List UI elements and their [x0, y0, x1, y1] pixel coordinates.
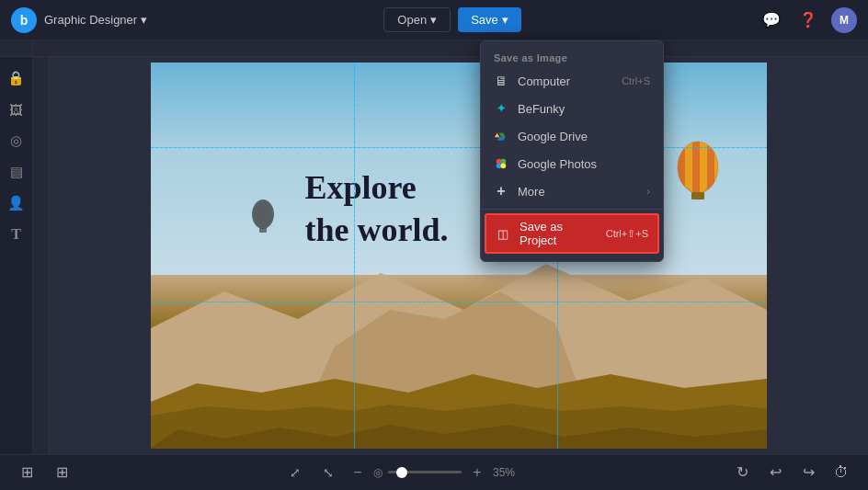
topbar-left: b Graphic Designer ▾ — [11, 7, 147, 33]
layers-icon[interactable]: ⊞ — [13, 459, 40, 486]
chat-icon[interactable]: 💬 — [758, 6, 785, 34]
dropdown-item-computer[interactable]: 🖥 Computer Ctrl+S — [481, 67, 663, 95]
ruler-row-top: /* ticks rendered below */ — [0, 40, 868, 57]
topbar: b Graphic Designer ▾ Open ▾ Save ▾ 💬 ❓ M — [0, 0, 868, 40]
dropdown-section-title: Save as Image — [481, 47, 663, 67]
sidebar-image-icon[interactable]: 🖼 — [3, 96, 30, 123]
canvas-area: Explore the world. — [33, 57, 868, 454]
logo[interactable]: b — [11, 7, 37, 33]
bottombar: ⊞ ⊞ ⤢ ⤡ − ◎ + 35% ↻ ↩ ↪ ⏱ — [0, 454, 868, 489]
save-button[interactable]: Save ▾ — [458, 7, 521, 32]
save-dropdown-menu: Save as Image 🖥 Computer Ctrl+S ✦ BeFunk… — [480, 40, 664, 262]
zoom-indicator: ◎ — [373, 466, 383, 479]
undo-icon[interactable]: ↩ — [761, 459, 789, 486]
canvas-wrapper: Explore the world. — [151, 63, 767, 449]
svg-rect-14 — [691, 192, 704, 199]
canvas-text-line2: the world. — [305, 210, 449, 253]
canvas-text-line1: Explore — [305, 166, 449, 210]
guide-h2 — [151, 302, 767, 302]
dropdown-label-more: More — [518, 185, 545, 199]
more-icon: + — [494, 184, 508, 199]
zoom-percent: 35% — [493, 466, 522, 479]
befunky-icon: ✦ — [494, 101, 508, 116]
ruler-horizontal: /* ticks rendered below */ — [33, 40, 868, 57]
sidebar-layout-icon[interactable]: ▤ — [3, 158, 30, 186]
topbar-center: Open ▾ Save ▾ — [147, 7, 758, 32]
canvas-text: Explore the world. — [305, 166, 449, 253]
zoom-out-button[interactable]: − — [348, 462, 368, 483]
svg-point-6 — [254, 201, 272, 227]
guide-v1 — [354, 63, 355, 449]
avatar[interactable]: M — [831, 7, 857, 33]
more-arrow: › — [646, 186, 650, 197]
bottombar-left: ⊞ ⊞ — [13, 459, 75, 486]
svg-point-20 — [500, 163, 506, 168]
sidebar-people-icon[interactable]: 👤 — [3, 189, 30, 217]
mountain-layer — [151, 236, 767, 449]
googlephotos-icon — [494, 156, 508, 171]
help-icon[interactable]: ❓ — [794, 6, 822, 34]
app-title-button[interactable]: Graphic Designer ▾ — [44, 13, 147, 27]
balloon-right — [673, 140, 724, 209]
history-icon[interactable]: ⏱ — [828, 459, 855, 486]
zoom-slider[interactable] — [388, 471, 462, 473]
dropdown-item-befunky[interactable]: ✦ BeFunky — [481, 95, 663, 122]
open-button[interactable]: Open ▾ — [383, 7, 451, 32]
bottombar-center: ⤢ ⤡ − ◎ + 35% — [281, 459, 522, 486]
dropdown-label-befunky: BeFunky — [518, 102, 565, 116]
computer-icon: 🖥 — [494, 74, 508, 88]
sidebar-text-icon[interactable]: T — [3, 221, 30, 248]
googledrive-icon — [494, 129, 508, 143]
svg-rect-7 — [259, 228, 267, 233]
fullscreen-icon[interactable]: ⤡ — [314, 459, 342, 486]
canvas-image: Explore the world. — [151, 63, 767, 449]
dropdown-label-googlephotos: Google Photos — [518, 157, 597, 171]
grid-icon[interactable]: ⊞ — [48, 459, 75, 486]
sidebar: 🔒 🖼 ◎ ▤ 👤 T — [0, 57, 33, 454]
dropdown-item-googlephotos[interactable]: Google Photos — [481, 150, 663, 177]
redo-icon[interactable]: ↪ — [794, 459, 822, 486]
dropdown-divider — [481, 209, 663, 210]
main-area: 🔒 🖼 ◎ ▤ 👤 T — [0, 57, 868, 454]
sidebar-shape-icon[interactable]: ◎ — [3, 127, 30, 154]
sidebar-lock-icon[interactable]: 🔒 — [3, 64, 30, 92]
balloon-left — [249, 198, 277, 239]
fit-icon[interactable]: ⤢ — [281, 459, 309, 486]
ruler-corner — [0, 40, 33, 57]
dropdown-label-saveproject: Save as Project — [520, 220, 597, 247]
app-title-label: Graphic Designer — [44, 13, 137, 27]
dropdown-label-googledrive: Google Drive — [518, 130, 588, 143]
saveproject-icon: ◫ — [496, 226, 510, 241]
app-title-chevron: ▾ — [141, 13, 147, 27]
ruler-vertical — [33, 57, 50, 454]
refresh-icon[interactable]: ↻ — [728, 459, 756, 486]
saveproject-shortcut: Ctrl+⇧+S — [606, 228, 648, 240]
bottombar-right: ↻ ↩ ↪ ⏱ — [728, 459, 855, 486]
guide-h1 — [151, 147, 767, 148]
dropdown-item-saveproject[interactable]: ◫ Save as Project Ctrl+⇧+S — [485, 213, 659, 254]
zoom-in-button[interactable]: + — [467, 462, 487, 483]
dropdown-label-computer: Computer — [518, 74, 570, 88]
dropdown-item-googledrive[interactable]: Google Drive — [481, 122, 663, 150]
topbar-right: 💬 ❓ M — [758, 6, 857, 34]
dropdown-item-more[interactable]: + More › — [481, 177, 663, 205]
computer-shortcut: Ctrl+S — [622, 75, 650, 86]
